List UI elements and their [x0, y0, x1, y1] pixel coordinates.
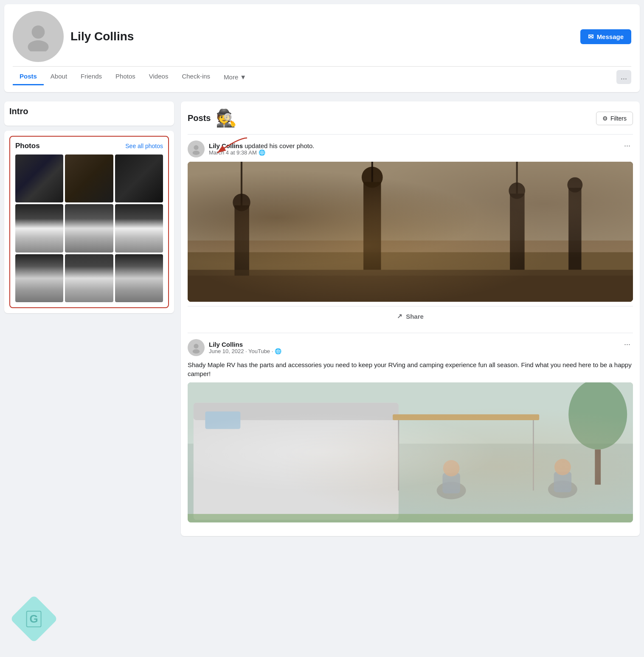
filters-label: Filters	[610, 115, 627, 122]
person-silhouette-icon	[23, 22, 53, 51]
svg-rect-38	[188, 514, 633, 522]
svg-point-10	[233, 194, 250, 211]
post-date-2: June 10, 2022 · YouTube · 🌐	[209, 348, 281, 354]
photo-cell-9[interactable]	[115, 254, 163, 302]
left-column: Intro Photos See all photos	[4, 101, 174, 541]
red-arrow-annotation	[213, 136, 251, 157]
watermark-letter: G	[26, 610, 42, 627]
post-item-2: Lily Collins June 10, 2022 · YouTube · 🌐…	[188, 333, 633, 522]
posts-title-area: Posts 🕵️	[188, 108, 237, 128]
nav-tab-posts[interactable]: Posts	[13, 68, 44, 85]
post-meta-left-2: Lily Collins June 10, 2022 · YouTube · 🌐	[188, 339, 281, 356]
photo-cell-3[interactable]	[115, 154, 163, 202]
post-date-1: March 4 at 9:38 AM 🌐	[209, 149, 314, 156]
post-meta-2: Lily Collins June 10, 2022 · YouTube · 🌐…	[188, 339, 633, 356]
svg-rect-26	[194, 403, 399, 520]
svg-rect-27	[194, 403, 399, 420]
photo-cell-1[interactable]	[15, 154, 63, 202]
post-avatar-2	[188, 339, 205, 356]
photo-placeholder-8	[65, 254, 113, 302]
camping-scene-svg	[188, 382, 633, 522]
svg-point-35	[548, 480, 577, 498]
photo-cell-4[interactable]	[15, 204, 63, 252]
post-author-2: Lily Collins	[209, 341, 281, 348]
svg-rect-11	[363, 182, 381, 270]
post-more-button-1[interactable]: ···	[622, 140, 633, 151]
profile-header-left: Lily Collins	[13, 11, 134, 62]
post-avatar-icon-1	[190, 143, 202, 155]
share-button-1[interactable]: ↗ Share	[390, 310, 430, 323]
svg-rect-21	[188, 270, 633, 302]
share-action-1: ↗ Share	[188, 306, 633, 326]
post-item-1: Lily Collins updated his cover photo. Ma…	[188, 134, 633, 326]
post-info-2: Lily Collins June 10, 2022 · YouTube · 🌐	[209, 341, 281, 354]
nav-tab-videos[interactable]: Videos	[142, 68, 175, 85]
filters-button[interactable]: ⚙ Filters	[596, 112, 633, 125]
svg-rect-25	[188, 382, 633, 444]
photo-cell-2[interactable]	[65, 154, 113, 202]
post-info-1: Lily Collins updated his cover photo. Ma…	[209, 142, 314, 156]
svg-point-12	[362, 167, 383, 188]
svg-rect-8	[188, 162, 633, 241]
photo-cell-6[interactable]	[115, 204, 163, 252]
message-icon: ✉	[588, 33, 593, 41]
see-all-photos-link[interactable]: See all photos	[125, 143, 163, 149]
svg-rect-5	[188, 162, 633, 302]
watermark-diamond: G	[10, 595, 58, 643]
profile-card: Lily Collins ✉ Message Posts About Frien…	[4, 4, 640, 92]
svg-rect-36	[554, 472, 571, 492]
svg-rect-29	[393, 414, 539, 420]
photos-inner: Photos See all photos	[9, 136, 169, 308]
message-button[interactable]: ✉ Message	[580, 29, 631, 44]
svg-point-2	[194, 145, 198, 150]
photo-cell-8[interactable]	[65, 254, 113, 302]
nav-more-options-button[interactable]: ...	[616, 70, 631, 84]
svg-rect-33	[442, 473, 460, 493]
photo-cell-7[interactable]	[15, 254, 63, 302]
nav-tab-friends[interactable]: Friends	[74, 68, 109, 85]
posts-section: Posts 🕵️ ⚙ Filters	[181, 101, 640, 536]
svg-point-39	[568, 382, 627, 449]
svg-point-14	[509, 182, 525, 199]
photo-cell-5[interactable]	[65, 204, 113, 252]
photos-grid	[15, 154, 163, 302]
photo-placeholder-5	[65, 204, 113, 252]
military-scene-svg	[188, 162, 633, 302]
photo-placeholder-4	[15, 204, 63, 252]
post-image-military	[188, 162, 633, 302]
nav-tab-checkins[interactable]: Check-ins	[175, 68, 217, 85]
filters-icon: ⚙	[602, 115, 608, 122]
nav-tabs: Posts About Friends Photos Videos Check-…	[13, 68, 253, 85]
main-content: Intro Photos See all photos	[4, 97, 640, 545]
message-button-label: Message	[597, 33, 624, 40]
svg-rect-28	[205, 411, 240, 429]
svg-rect-9	[234, 205, 249, 276]
photo-placeholder-6	[115, 204, 163, 252]
svg-rect-40	[595, 449, 601, 485]
watermark: G	[17, 602, 55, 640]
post-avatar-1	[188, 140, 205, 157]
page-wrapper: Lily Collins ✉ Message Posts About Frien…	[0, 0, 644, 657]
photo-placeholder-7	[15, 254, 63, 302]
profile-name: Lily Collins	[70, 30, 134, 43]
share-icon: ↗	[397, 312, 402, 320]
post-meta-1: Lily Collins updated his cover photo. Ma…	[188, 140, 633, 157]
nav-tab-more[interactable]: More ▼	[217, 68, 253, 85]
svg-point-23	[193, 349, 200, 354]
post-more-button-2[interactable]: ···	[622, 339, 633, 350]
post-text-2: Shady Maple RV has the parts and accesso…	[188, 360, 633, 378]
photo-placeholder-9	[115, 254, 163, 302]
svg-rect-7	[188, 276, 633, 302]
profile-nav: Posts About Friends Photos Videos Check-…	[13, 67, 631, 85]
svg-point-1	[28, 40, 49, 51]
post-image-camping	[188, 382, 633, 522]
nav-tab-photos[interactable]: Photos	[109, 68, 142, 85]
photos-section: Photos See all photos	[4, 131, 174, 313]
svg-point-22	[194, 344, 198, 348]
post-image-1	[188, 162, 633, 302]
svg-point-37	[554, 459, 571, 475]
photo-placeholder-3	[115, 154, 163, 202]
more-label: More	[224, 73, 238, 81]
nav-tab-about[interactable]: About	[44, 68, 74, 85]
profile-avatar	[13, 11, 64, 62]
